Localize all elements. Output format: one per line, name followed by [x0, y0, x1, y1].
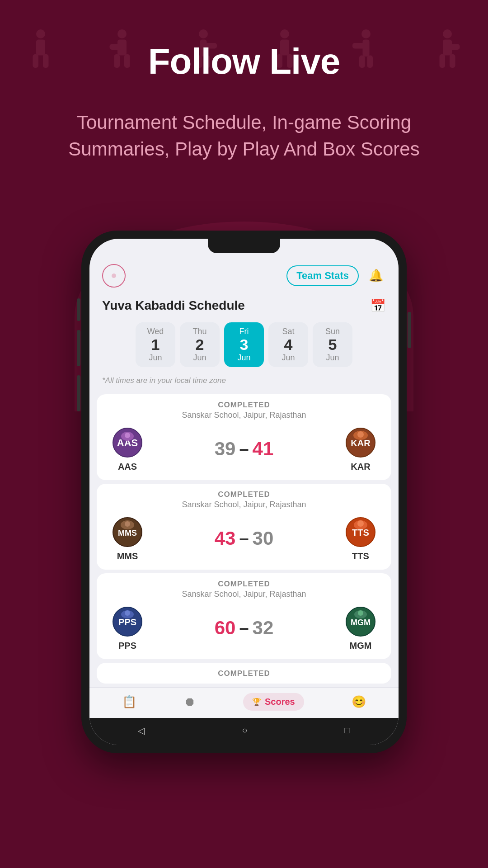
team-aas-logo: AAS: [111, 426, 144, 459]
match-row-2: MMS MMS 43 – 30: [105, 516, 383, 561]
score-right-1: 41: [253, 438, 274, 460]
phone-screen: Team Stats 🔔 Yuva Kabaddi Schedule 📅 Wed…: [89, 239, 399, 745]
trophy-icon: 🏆: [252, 698, 261, 706]
phone-mockup: Team Stats 🔔 Yuva Kabaddi Schedule 📅 Wed…: [81, 231, 407, 753]
bottom-nav: 📋 ⏺ 🏆 Scores 😊: [89, 687, 399, 718]
match-card-2[interactable]: COMPLETED Sanskar School, Jaipur, Rajast…: [97, 484, 391, 570]
back-button[interactable]: ◁: [138, 725, 145, 736]
match-card-1[interactable]: COMPLETED Sanskar School, Jaipur, Rajast…: [97, 394, 391, 480]
schedule-title: Yuva Kabaddi Schedule: [102, 298, 245, 313]
date-tab-wed[interactable]: Wed 1 Jun: [136, 322, 175, 367]
score-dash-2: –: [239, 529, 249, 548]
team-tts-logo: TTS: [344, 516, 377, 548]
team-mms: MMS MMS: [105, 516, 150, 561]
team-tts: TTS TTS: [338, 516, 383, 561]
header-section: Follow Live Tournament Schedule, In-game…: [0, 0, 488, 163]
svg-point-31: [125, 433, 130, 438]
score-left-3: 60: [215, 617, 236, 639]
subtitle: Tournament Schedule, In-game Scoring Sum…: [0, 109, 488, 163]
team-aas-abbr: AAS: [118, 462, 137, 472]
page-title: Follow Live: [0, 41, 488, 82]
day-name-sat: Sat: [282, 327, 294, 336]
match-status-3: COMPLETED: [105, 580, 383, 589]
phone-content: Team Stats 🔔 Yuva Kabaddi Schedule 📅 Wed…: [89, 239, 399, 745]
nav-item-scores[interactable]: 🏆 Scores: [243, 693, 304, 711]
top-bar: Team Stats 🔔: [89, 257, 399, 291]
calendar-icon[interactable]: 📅: [370, 298, 386, 313]
team-mms-logo: MMS: [111, 516, 144, 548]
match-row-1: AAS AAS 39 – 41: [105, 426, 383, 472]
day-number-sat: 4: [284, 336, 293, 353]
team-tts-abbr: TTS: [352, 551, 369, 561]
team-aas: AAS AAS: [105, 426, 150, 472]
team-stats-button[interactable]: Team Stats: [286, 265, 359, 286]
match-venue-2: Sanskar School, Jaipur, Rajasthan: [105, 500, 383, 509]
team-mgm-logo: MGM: [344, 605, 377, 638]
score-dash-3: –: [239, 618, 249, 638]
score-dash-1: –: [239, 439, 249, 459]
recents-button[interactable]: □: [344, 725, 350, 736]
day-name-sun: Sun: [325, 327, 340, 336]
home-button[interactable]: ○: [242, 725, 247, 736]
menu-button[interactable]: [102, 264, 126, 288]
scores-label: Scores: [265, 697, 295, 707]
match-card-3[interactable]: COMPLETED Sanskar School, Jaipur, Rajast…: [97, 573, 391, 659]
date-tab-sun[interactable]: Sun 5 Jun: [313, 322, 352, 367]
score-right-3: 32: [253, 617, 274, 639]
team-pps-abbr: PPS: [118, 641, 136, 651]
android-nav-bar: ◁ ○ □: [89, 718, 399, 745]
notification-bell-icon[interactable]: 🔔: [366, 266, 386, 286]
score-area-1: 39 – 41: [150, 438, 338, 460]
svg-text:MGM: MGM: [351, 618, 371, 627]
team-mgm-abbr: MGM: [350, 641, 372, 651]
team-mms-abbr: MMS: [117, 551, 138, 561]
match-status-1: COMPLETED: [105, 401, 383, 410]
team-pps-logo: PPS: [111, 605, 144, 638]
day-name-thu: Thu: [192, 327, 206, 336]
menu-dot: [112, 274, 116, 278]
team-mgm: MGM MGM: [338, 605, 383, 651]
match-card-4[interactable]: COMPLETED: [97, 663, 391, 684]
match-status-4: COMPLETED: [105, 669, 383, 678]
svg-text:PPS: PPS: [118, 617, 136, 627]
svg-point-39: [125, 521, 130, 527]
schedule-header: Yuva Kabaddi Schedule 📅: [89, 291, 399, 319]
play-icon: ⏺: [184, 695, 196, 709]
match-venue-1: Sanskar School, Jaipur, Rajasthan: [105, 410, 383, 420]
day-number-fri: 3: [240, 336, 249, 353]
date-tabs: Wed 1 Jun Thu 2 Jun Fri 3 Jun: [89, 319, 399, 374]
top-bar-right: Team Stats 🔔: [286, 265, 386, 286]
team-pps: PPS PPS: [105, 605, 150, 651]
team-kar-abbr: KAR: [351, 462, 370, 472]
silent-button: [77, 375, 80, 411]
documents-icon: 📋: [122, 695, 136, 709]
day-month-sun: Jun: [326, 353, 339, 363]
scores-pill: 🏆 Scores: [243, 693, 304, 711]
nav-item-play[interactable]: ⏺: [184, 695, 196, 709]
day-month-wed: Jun: [149, 353, 162, 363]
phone-notch: [208, 239, 280, 253]
date-tab-fri[interactable]: Fri 3 Jun: [224, 322, 264, 367]
date-tab-thu[interactable]: Thu 2 Jun: [180, 322, 220, 367]
day-month-thu: Jun: [193, 353, 206, 363]
match-row-3: PPS PPS 60 – 32: [105, 605, 383, 651]
svg-point-43: [357, 520, 364, 527]
score-left-2: 43: [215, 528, 236, 549]
power-button: [408, 312, 411, 348]
nav-item-documents[interactable]: 📋: [122, 695, 136, 709]
nav-item-profile[interactable]: 😊: [352, 695, 366, 709]
day-number-sun: 5: [328, 336, 337, 353]
score-left-1: 39: [215, 438, 236, 460]
svg-point-47: [125, 610, 130, 616]
profile-icon: 😊: [352, 695, 366, 709]
volume-up-button: [77, 298, 80, 321]
day-month-fri: Jun: [237, 353, 250, 363]
day-month-sat: Jun: [282, 353, 295, 363]
score-area-2: 43 – 30: [150, 528, 338, 549]
team-kar: KAR KAR: [338, 426, 383, 472]
day-number-thu: 2: [196, 336, 204, 353]
date-tab-sat[interactable]: Sat 4 Jun: [268, 322, 308, 367]
svg-point-51: [358, 610, 363, 616]
day-number-wed: 1: [151, 336, 160, 353]
day-name-fri: Fri: [239, 327, 249, 336]
